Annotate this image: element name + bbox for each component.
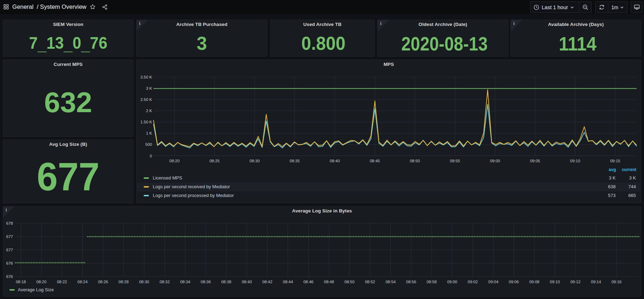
svg-text:08:45: 08:45 [370,159,380,163]
svg-text:08:30: 08:30 [249,159,260,163]
svg-text:08:40: 08:40 [242,280,252,284]
svg-text:09:16: 09:16 [611,280,622,284]
svg-text:08:42: 08:42 [262,280,273,284]
svg-text:08:25: 08:25 [210,159,220,163]
svg-text:08:44: 08:44 [283,280,293,284]
svg-text:500: 500 [145,142,152,147]
svg-text:09:00: 09:00 [490,159,500,163]
svg-text:676: 676 [6,261,13,265]
svg-text:08:34: 08:34 [180,280,190,284]
svg-text:09:08: 09:08 [529,280,540,284]
svg-text:08:50: 08:50 [410,159,420,163]
svg-text:08:18: 08:18 [16,280,26,284]
svg-text:08:20: 08:20 [36,280,47,284]
svg-text:08:38: 08:38 [221,280,231,284]
svg-text:08:54: 08:54 [385,280,396,284]
svg-text:08:28: 08:28 [118,280,129,284]
svg-text:08:55: 08:55 [450,159,460,163]
svg-text:08:46: 08:46 [303,280,314,284]
svg-text:08:30: 08:30 [139,280,149,284]
svg-text:08:56: 08:56 [406,280,416,284]
svg-text:09:06: 09:06 [509,280,519,284]
svg-text:2.50 K: 2.50 K [141,97,152,102]
svg-text:09:04: 09:04 [488,280,499,284]
svg-text:3 K: 3 K [146,86,152,90]
svg-text:09:00: 09:00 [447,280,457,284]
svg-text:09:10: 09:10 [570,159,580,163]
svg-text:0: 0 [150,154,152,158]
svg-text:08:26: 08:26 [98,280,108,284]
svg-text:09:15: 09:15 [610,159,620,163]
svg-text:08:50: 08:50 [344,280,355,284]
svg-text:08:58: 08:58 [427,280,437,284]
svg-text:08:40: 08:40 [330,159,340,163]
svg-text:3.50 K: 3.50 K [141,75,152,79]
svg-text:1.50 K: 1.50 K [141,120,152,124]
svg-text:676: 676 [6,274,13,279]
svg-text:08:22: 08:22 [57,280,67,284]
svg-text:08:32: 08:32 [160,280,170,284]
svg-text:678: 678 [6,221,13,225]
svg-text:09:05: 09:05 [530,159,540,163]
svg-text:08:36: 08:36 [201,280,211,284]
svg-text:2 K: 2 K [146,109,152,113]
svg-text:677: 677 [6,248,13,252]
svg-text:09:14: 09:14 [591,280,601,284]
svg-text:09:12: 09:12 [570,280,581,284]
svg-text:677: 677 [6,235,13,239]
svg-text:09:02: 09:02 [468,280,478,284]
svg-text:08:52: 08:52 [365,280,375,284]
svg-text:09:10: 09:10 [550,280,560,284]
svg-text:08:24: 08:24 [77,280,88,284]
svg-text:1 K: 1 K [146,131,152,135]
svg-text:08:48: 08:48 [324,280,334,284]
svg-text:08:35: 08:35 [290,159,300,163]
svg-text:08:20: 08:20 [170,159,180,163]
